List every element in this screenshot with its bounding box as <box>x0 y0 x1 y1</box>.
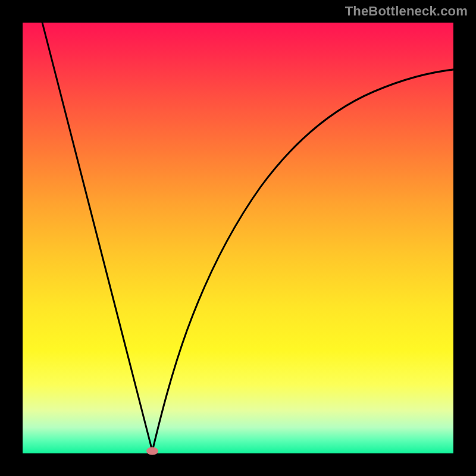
curve-right-branch <box>152 69 458 451</box>
watermark-label: TheBottleneck.com <box>345 4 468 19</box>
bottleneck-curve <box>23 23 453 453</box>
chart-frame: TheBottleneck.com <box>0 0 476 476</box>
curve-left-branch <box>40 15 152 451</box>
plot-area <box>23 23 453 453</box>
minimum-marker <box>146 447 158 455</box>
